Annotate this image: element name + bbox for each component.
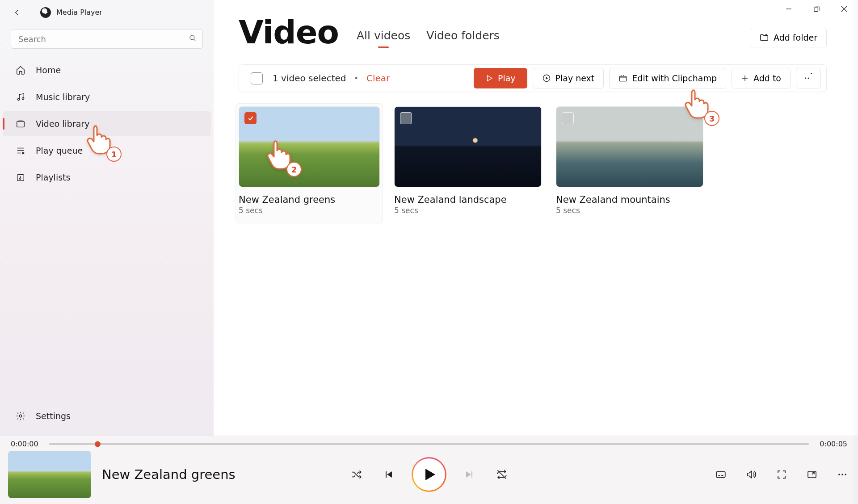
sidebar-item-settings[interactable]: Settings (3, 403, 211, 428)
play-triangle-icon (425, 469, 435, 480)
video-duration: 5 secs (556, 206, 703, 215)
transport-controls (349, 458, 509, 491)
player-more-button[interactable] (835, 467, 850, 482)
add-to-label: Add to (753, 73, 781, 83)
shuffle-button[interactable] (349, 467, 364, 482)
play-label: Play (498, 73, 516, 83)
seek-row: 0:00:00 0:00:05 (0, 436, 858, 448)
tab-video-folders[interactable]: Video folders (426, 29, 500, 47)
home-icon (14, 65, 27, 75)
play-button[interactable]: Play (474, 68, 527, 88)
svg-rect-3 (17, 122, 25, 127)
next-button[interactable] (462, 467, 477, 482)
svg-point-12 (811, 73, 812, 74)
sidebar-item-home[interactable]: Home (3, 58, 211, 83)
select-all-checkbox[interactable] (251, 72, 263, 84)
video-card[interactable]: New Zealand landscape 5 secs (394, 106, 542, 220)
titlebar: Media Player (0, 0, 214, 25)
page-header: Video All videos Video folders Add folde… (239, 13, 827, 51)
previous-button[interactable] (381, 467, 396, 482)
svg-point-17 (845, 474, 846, 475)
volume-button[interactable] (744, 467, 759, 482)
sidebar-item-music-library[interactable]: Music library (3, 84, 211, 109)
total-time: 0:00:05 (815, 440, 847, 448)
sidebar-item-playlists[interactable]: Playlists (3, 165, 211, 190)
fullscreen-button[interactable] (774, 467, 789, 482)
now-playing-title: New Zealand greens (102, 467, 236, 482)
more-icon (837, 469, 848, 480)
captions-icon (715, 469, 727, 480)
close-icon (841, 6, 847, 12)
more-icon (803, 73, 813, 83)
video-thumbnail[interactable] (556, 106, 703, 187)
repeat-button[interactable] (494, 467, 509, 482)
svg-rect-7 (814, 8, 817, 11)
video-card[interactable]: New Zealand greens 5 secs (236, 103, 383, 223)
sidebar-item-video-library[interactable]: Video library (3, 111, 211, 136)
tab-all-videos[interactable]: All videos (357, 29, 410, 47)
video-title: New Zealand landscape (394, 194, 542, 205)
clear-selection-button[interactable]: Clear (366, 73, 390, 84)
sidebar-nav: Home Music library Video library Play qu… (0, 57, 214, 191)
clipchamp-icon (618, 74, 627, 83)
fullscreen-icon (776, 469, 787, 480)
svg-point-2 (22, 98, 24, 100)
separator-dot: • (354, 74, 358, 83)
back-button[interactable] (9, 4, 25, 21)
check-icon (247, 115, 254, 122)
gear-icon (14, 411, 27, 421)
search-field[interactable] (11, 29, 203, 49)
skip-next-icon (464, 469, 475, 480)
seek-thumb[interactable] (95, 441, 101, 447)
svg-point-6 (19, 415, 22, 417)
page-title: Video (239, 13, 339, 51)
play-next-icon (542, 74, 551, 83)
add-folder-label: Add folder (774, 33, 817, 42)
video-duration: 5 secs (239, 206, 380, 215)
skip-previous-icon (383, 469, 394, 480)
play-next-button[interactable]: Play next (533, 68, 604, 88)
play-next-label: Play next (555, 73, 595, 83)
music-icon (14, 92, 27, 102)
more-actions-button[interactable] (796, 68, 821, 88)
video-checkbox[interactable] (244, 112, 257, 124)
window-controls (775, 0, 858, 18)
sidebar-item-label: Video library (36, 119, 89, 129)
miniplayer-button[interactable] (804, 467, 820, 482)
svg-rect-13 (716, 471, 725, 477)
captions-button[interactable] (713, 467, 728, 482)
sidebar-item-play-queue[interactable]: Play queue (3, 138, 211, 163)
video-checkbox[interactable] (400, 112, 412, 124)
video-duration: 5 secs (394, 206, 542, 215)
search-icon[interactable] (189, 34, 197, 44)
sidebar-item-label: Playlists (36, 172, 70, 182)
video-checkbox[interactable] (562, 112, 574, 124)
add-folder-button[interactable]: Add folder (750, 28, 827, 47)
video-title: New Zealand mountains (556, 194, 703, 205)
now-playing-thumbnail[interactable] (8, 451, 91, 498)
video-thumbnail[interactable] (239, 106, 380, 187)
video-grid: New Zealand greens 5 secs New Zealand la… (239, 106, 827, 220)
add-folder-icon (759, 33, 769, 42)
play-pause-button[interactable] (413, 458, 445, 491)
video-card[interactable]: New Zealand mountains 5 secs (556, 106, 703, 220)
seek-track[interactable] (49, 443, 809, 445)
player-right-controls (713, 467, 850, 482)
svg-point-15 (838, 474, 840, 475)
app-logo-icon (40, 7, 51, 18)
app-title: Media Player (56, 8, 102, 17)
minimize-button[interactable] (775, 0, 803, 18)
playlists-icon (14, 172, 27, 182)
repeat-off-icon (496, 469, 508, 480)
sidebar-item-label: Play queue (36, 146, 83, 155)
maximize-button[interactable] (803, 0, 830, 18)
search-input[interactable] (11, 29, 203, 49)
edit-clipchamp-button[interactable]: Edit with Clipchamp (609, 68, 726, 88)
maximize-icon (814, 6, 820, 12)
selection-count: 1 video selected (273, 73, 346, 84)
sidebar-item-label: Home (36, 65, 61, 75)
sidebar-item-label: Settings (36, 411, 71, 421)
video-thumbnail[interactable] (394, 106, 542, 187)
add-to-button[interactable]: Add to (732, 68, 791, 88)
player-bar: 0:00:00 0:00:05 New Zealand greens (0, 436, 858, 504)
